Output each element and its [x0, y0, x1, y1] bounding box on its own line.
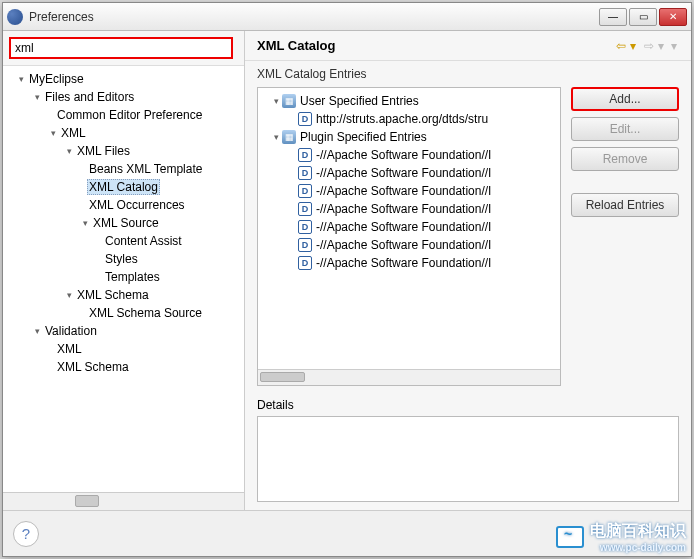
details-box: [257, 416, 679, 502]
twisty-icon[interactable]: ▾: [15, 74, 27, 84]
entry-item[interactable]: -//Apache Software Foundation//I: [316, 184, 491, 198]
help-button[interactable]: ?: [13, 521, 39, 547]
entry-item[interactable]: -//Apache Software Foundation//I: [316, 166, 491, 180]
entry-item[interactable]: -//Apache Software Foundation//I: [316, 148, 491, 162]
dropdown-icon[interactable]: ▾: [630, 39, 636, 53]
twisty-icon[interactable]: ▾: [31, 326, 43, 336]
entry-item[interactable]: -//Apache Software Foundation//I: [316, 220, 491, 234]
details-label: Details: [245, 394, 691, 416]
watermark-icon: [556, 526, 584, 548]
twisty-icon[interactable]: ▾: [63, 290, 75, 300]
tree-item-xml-catalog[interactable]: XML Catalog: [87, 179, 160, 195]
dtd-icon: D: [298, 166, 312, 180]
watermark: 电脑百科知识 www.pc-daily.com: [556, 521, 686, 553]
entry-item[interactable]: http://struts.apache.org/dtds/stru: [316, 112, 488, 126]
titlebar[interactable]: Preferences — ▭ ✕: [3, 3, 691, 31]
tree-item[interactable]: Common Editor Preference: [55, 108, 204, 122]
preferences-window: Preferences — ▭ ✕ ▾MyEclipse ▾Files and …: [2, 2, 692, 557]
tree-item[interactable]: Beans XML Template: [87, 162, 204, 176]
twisty-icon[interactable]: ▾: [47, 128, 59, 138]
twisty-icon[interactable]: ▾: [63, 146, 75, 156]
twisty-icon[interactable]: ▾: [270, 132, 282, 142]
app-icon: [7, 9, 23, 25]
minimize-button[interactable]: —: [599, 8, 627, 26]
filter-input[interactable]: [9, 37, 233, 59]
horizontal-scrollbar[interactable]: [258, 369, 560, 385]
tree-item[interactable]: Validation: [43, 324, 99, 338]
tree-item[interactable]: Files and Editors: [43, 90, 136, 104]
forward-icon[interactable]: ⇨: [644, 39, 654, 53]
entry-item[interactable]: User Specified Entries: [300, 94, 419, 108]
page-title: XML Catalog: [257, 38, 614, 53]
dtd-icon: D: [298, 256, 312, 270]
dtd-icon: D: [298, 238, 312, 252]
horizontal-scrollbar[interactable]: [3, 492, 244, 510]
entry-item[interactable]: -//Apache Software Foundation//I: [316, 256, 491, 270]
entry-item[interactable]: -//Apache Software Foundation//I: [316, 202, 491, 216]
tree-item[interactable]: MyEclipse: [27, 72, 86, 86]
nav-icons: ⇦▾ ⇨▾ ▾: [614, 39, 679, 53]
dtd-icon: D: [298, 112, 312, 126]
left-pane: ▾MyEclipse ▾Files and Editors Common Edi…: [3, 31, 245, 510]
edit-button[interactable]: Edit...: [571, 117, 679, 141]
watermark-sub: www.pc-daily.com: [590, 542, 686, 553]
dropdown-icon[interactable]: ▾: [658, 39, 664, 53]
dtd-icon: D: [298, 220, 312, 234]
right-pane: XML Catalog ⇦▾ ⇨▾ ▾ XML Catalog Entries …: [245, 31, 691, 510]
twisty-icon[interactable]: ▾: [270, 96, 282, 106]
dtd-icon: D: [298, 202, 312, 216]
remove-button[interactable]: Remove: [571, 147, 679, 171]
folder-icon: ▦: [282, 94, 296, 108]
tree-item[interactable]: XML Files: [75, 144, 132, 158]
tree-item[interactable]: XML Schema Source: [87, 306, 204, 320]
tree-item[interactable]: XML: [55, 342, 84, 356]
menu-icon[interactable]: ▾: [671, 39, 677, 53]
entries-label: XML Catalog Entries: [245, 61, 691, 87]
entries-tree[interactable]: ▾▦User Specified Entries Dhttp://struts.…: [258, 88, 560, 369]
tree-item[interactable]: XML Schema: [55, 360, 131, 374]
tree-item[interactable]: Templates: [103, 270, 162, 284]
tree-item[interactable]: XML Schema: [75, 288, 151, 302]
dtd-icon: D: [298, 184, 312, 198]
entries-box: ▾▦User Specified Entries Dhttp://struts.…: [257, 87, 561, 386]
dtd-icon: D: [298, 148, 312, 162]
tree-item[interactable]: Content Assist: [103, 234, 184, 248]
maximize-button[interactable]: ▭: [629, 8, 657, 26]
tree-item[interactable]: XML Occurrences: [87, 198, 187, 212]
preferences-tree[interactable]: ▾MyEclipse ▾Files and Editors Common Edi…: [3, 66, 244, 492]
back-icon[interactable]: ⇦: [616, 39, 626, 53]
add-button[interactable]: Add...: [571, 87, 679, 111]
reload-button[interactable]: Reload Entries: [571, 193, 679, 217]
entry-item[interactable]: Plugin Specified Entries: [300, 130, 427, 144]
entry-item[interactable]: -//Apache Software Foundation//I: [316, 238, 491, 252]
watermark-text: 电脑百科知识: [590, 522, 686, 539]
tree-item[interactable]: XML Source: [91, 216, 161, 230]
twisty-icon[interactable]: ▾: [31, 92, 43, 102]
tree-item[interactable]: Styles: [103, 252, 140, 266]
window-title: Preferences: [29, 10, 599, 24]
twisty-icon[interactable]: ▾: [79, 218, 91, 228]
folder-icon: ▦: [282, 130, 296, 144]
tree-item[interactable]: XML: [59, 126, 88, 140]
close-button[interactable]: ✕: [659, 8, 687, 26]
